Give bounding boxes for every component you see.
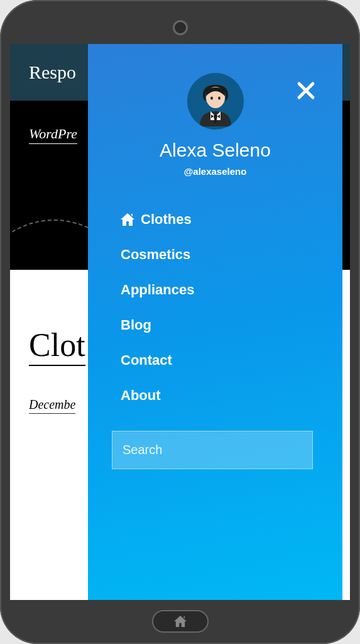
svg-point-2	[210, 97, 213, 100]
search-input[interactable]	[112, 431, 313, 469]
menu-item-label: Contact	[121, 352, 172, 369]
home-button[interactable]	[152, 610, 209, 633]
screen-viewport[interactable]: Respo WordPre Clot Decembe	[10, 44, 350, 600]
menu-item-label: Blog	[121, 317, 151, 333]
banner-link[interactable]: WordPre	[29, 126, 77, 144]
svg-point-3	[218, 97, 221, 100]
menu-item-contact[interactable]: Contact	[121, 343, 324, 378]
drawer-header	[107, 73, 324, 130]
menu-item-label: About	[121, 387, 161, 404]
header-title: Respo	[29, 62, 76, 82]
avatar[interactable]	[187, 73, 244, 130]
page-title: Clot	[29, 326, 85, 366]
home-icon	[121, 213, 141, 226]
menu-item-label: Cosmetics	[121, 247, 190, 263]
search-container	[112, 431, 313, 469]
user-handle: @alexaseleno	[107, 166, 324, 177]
menu-item-blog[interactable]: Blog	[121, 308, 324, 343]
user-name: Alexa Seleno	[107, 140, 324, 161]
menu-item-label: Clothes	[141, 211, 192, 228]
menu-item-cosmetics[interactable]: Cosmetics	[121, 237, 324, 272]
menu-item-about[interactable]: About	[121, 378, 324, 413]
navigation-drawer: Alexa Seleno @alexaseleno Clothes Cosmet…	[88, 44, 342, 600]
avatar-icon	[190, 76, 241, 126]
close-button[interactable]	[293, 78, 319, 103]
home-icon	[174, 616, 187, 627]
post-date[interactable]: Decembe	[29, 397, 75, 414]
menu-item-appliances[interactable]: Appliances	[121, 272, 324, 308]
drawer-menu: Clothes Cosmetics Appliances Blog Contac…	[107, 202, 324, 413]
menu-item-label: Appliances	[121, 282, 194, 298]
camera-icon	[173, 20, 188, 35]
menu-item-clothes[interactable]: Clothes	[121, 202, 324, 237]
close-icon	[296, 80, 316, 101]
device-frame: Respo WordPre Clot Decembe	[0, 0, 360, 644]
